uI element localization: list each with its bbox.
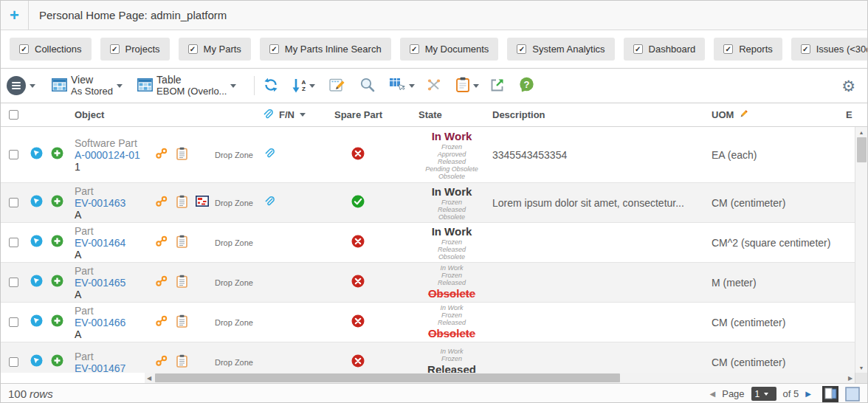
thumbnail-icon[interactable] (196, 196, 209, 210)
row-checkbox[interactable] (9, 198, 18, 207)
row-checkbox[interactable] (9, 150, 18, 159)
view-selector-button[interactable]: View As Stored (52, 75, 123, 97)
clipboard-icon[interactable] (176, 275, 187, 291)
add-icon[interactable] (51, 147, 63, 162)
navigate-icon[interactable] (30, 235, 43, 250)
row-checkbox[interactable] (9, 238, 18, 247)
vscroll-track[interactable] (855, 137, 867, 362)
add-tab-button[interactable]: + (1, 1, 29, 30)
column-header-state[interactable]: State (416, 109, 488, 120)
tab-checkbox[interactable]: ✓ (19, 44, 29, 54)
drop-zone[interactable]: Drop Zone (211, 151, 257, 159)
link-icon[interactable] (155, 275, 168, 290)
table-selector-button[interactable]: Table EBOM (Overlo... (137, 75, 236, 97)
add-icon[interactable] (51, 235, 63, 250)
help-button[interactable]: ? (519, 77, 534, 94)
tab-checkbox[interactable]: ✓ (801, 44, 810, 54)
select-all-checkbox[interactable] (9, 110, 18, 120)
object-number-link[interactable]: EV-001467 (75, 362, 125, 373)
column-header-uom[interactable]: UOM (706, 109, 846, 121)
refresh-button[interactable] (264, 78, 278, 94)
navigate-icon[interactable] (30, 275, 43, 290)
object-number-link[interactable]: A-0000124-01 (75, 149, 140, 161)
view-mode-pages-button[interactable] (822, 386, 838, 402)
column-header-spare-part[interactable]: Spare Part (327, 109, 416, 120)
tab-button[interactable]: ✓ Dashboard (624, 38, 706, 61)
object-number-link[interactable]: EV-001466 (75, 317, 125, 328)
attachment-icon[interactable] (263, 147, 275, 162)
clipboard-icon[interactable] (176, 235, 187, 251)
tab-button[interactable]: ✓ My Documents (400, 38, 499, 61)
add-icon[interactable] (51, 354, 63, 370)
scroll-left-arrow-icon[interactable]: ◀ (145, 375, 154, 382)
tab-checkbox[interactable]: ✓ (110, 44, 120, 54)
search-button[interactable] (359, 77, 375, 94)
drop-zone[interactable]: Drop Zone (211, 278, 257, 287)
disconnect-button[interactable] (426, 78, 442, 94)
navigate-icon[interactable] (30, 195, 43, 210)
row-checkbox[interactable] (9, 357, 18, 367)
view-mode-single-button[interactable] (845, 387, 860, 402)
sort-button[interactable]: AZ (292, 78, 315, 93)
drop-zone[interactable]: Drop Zone (211, 199, 257, 207)
vscroll-thumb[interactable] (857, 137, 867, 162)
navigate-icon[interactable] (30, 314, 43, 330)
tab-checkbox[interactable]: ✓ (633, 44, 643, 54)
add-icon[interactable] (51, 314, 63, 330)
drop-zone[interactable]: Drop Zone (211, 238, 257, 247)
tab-checkbox[interactable]: ✓ (723, 44, 733, 54)
clipboard-button[interactable] (456, 77, 479, 94)
add-icon[interactable] (51, 195, 63, 210)
next-page-button[interactable]: ▶ (805, 390, 811, 398)
attachment-icon[interactable] (263, 195, 275, 210)
tab-button[interactable]: ✓ My Parts Inline Search (260, 38, 391, 61)
link-icon[interactable] (155, 148, 168, 162)
column-header-object[interactable]: Object (67, 109, 152, 120)
object-number-link[interactable]: EV-001464 (75, 237, 125, 249)
scroll-up-arrow-icon[interactable]: ▲ (855, 127, 867, 137)
edit-button[interactable] (329, 78, 345, 94)
page-select[interactable]: 1 (751, 387, 776, 401)
column-header-effectivity[interactable]: E (846, 109, 867, 120)
clipboard-icon[interactable] (176, 195, 187, 211)
tab-checkbox[interactable]: ✓ (410, 44, 419, 54)
vertical-scrollbar[interactable]: ▲ ▼ (855, 127, 867, 373)
clipboard-icon[interactable] (176, 354, 187, 371)
scroll-right-arrow-icon[interactable]: ▶ (846, 375, 855, 382)
link-icon[interactable] (155, 196, 168, 210)
drop-zone[interactable]: Drop Zone (211, 358, 257, 367)
link-icon[interactable] (155, 355, 168, 370)
tab-checkbox[interactable]: ✓ (269, 44, 279, 54)
navigate-icon[interactable] (30, 354, 43, 370)
row-checkbox[interactable] (9, 317, 18, 327)
hscroll-track[interactable] (154, 373, 846, 383)
main-menu-button[interactable] (7, 76, 35, 95)
scroll-down-arrow-icon[interactable]: ▼ (855, 362, 867, 373)
tab-button[interactable]: ✓ System Analytics (507, 38, 614, 61)
tab-checkbox[interactable]: ✓ (188, 44, 198, 54)
open-in-new-button[interactable] (490, 78, 505, 94)
object-number-link[interactable]: EV-001463 (75, 197, 125, 209)
navigate-icon[interactable] (30, 147, 43, 162)
add-icon[interactable] (51, 275, 63, 290)
select-columns-button[interactable] (389, 78, 415, 94)
clipboard-icon[interactable] (176, 147, 187, 163)
column-header-fn[interactable]: F/N (257, 108, 327, 123)
tab-button[interactable]: ✓ Reports (714, 38, 782, 61)
link-icon[interactable] (155, 315, 168, 330)
tab-button[interactable]: ✓ Projects (100, 38, 170, 61)
prev-page-button[interactable]: ◀ (710, 390, 716, 398)
drop-zone[interactable]: Drop Zone (211, 318, 257, 327)
tab-button[interactable]: ✓ Collections (10, 38, 92, 61)
tab-button[interactable]: ✓ Issues (<30days) (791, 38, 868, 61)
object-number-link[interactable]: EV-001465 (75, 277, 125, 289)
row-checkbox[interactable] (9, 278, 18, 287)
tab-button[interactable]: ✓ My Parts (179, 38, 251, 61)
settings-gear-button[interactable]: ⚙ (841, 78, 855, 94)
tab-label: My Documents (425, 44, 489, 55)
tab-checkbox[interactable]: ✓ (517, 44, 526, 54)
hscroll-thumb[interactable] (155, 373, 620, 382)
clipboard-icon[interactable] (176, 314, 187, 331)
link-icon[interactable] (155, 235, 168, 250)
column-header-description[interactable]: Description (488, 109, 706, 120)
